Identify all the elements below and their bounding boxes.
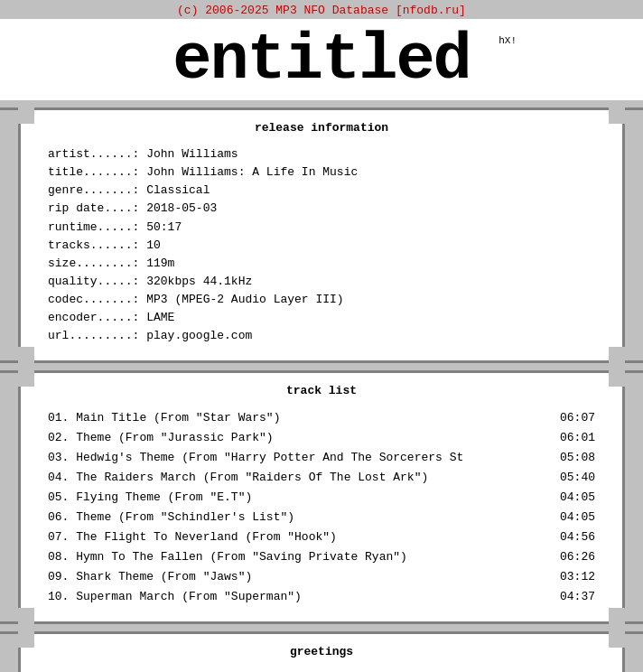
track-duration: 05:40 (560, 468, 595, 488)
track-title: 05. Flying Theme (From "E.T") (48, 488, 252, 508)
copyright-text: (c) 2006-2025 MP3 NFO Database [nfodb.ru… (0, 0, 643, 19)
track-duration: 04:56 (560, 527, 595, 547)
release-info-row: url.........: play.google.com (48, 327, 595, 345)
greetings-inner: greetings Shout out to all of those who … (18, 634, 625, 672)
track-duration: 06:26 (560, 547, 595, 567)
track-list-section: track list 01. Main Title (From "Star Wa… (0, 370, 643, 625)
release-info-section: release information artist......: John W… (0, 107, 643, 363)
track-title: 08. Hymn To The Fallen (From "Saving Pri… (48, 547, 407, 567)
track-duration: 05:08 (560, 448, 595, 468)
logo-area: entitled hX! (0, 19, 643, 100)
track-title: 04. The Raiders March (From "Raiders Of … (48, 468, 428, 488)
release-info-table: artist......: John Williams title.......… (48, 145, 595, 346)
track-duration: 03:12 (560, 567, 595, 587)
release-info-row: genre.......: Classical (48, 182, 595, 200)
track-title: 01. Main Title (From "Star Wars") (48, 408, 280, 428)
track-title: 10. Superman March (From "Superman") (48, 587, 302, 607)
hx-tag: hX! (499, 35, 517, 46)
track-duration: 06:01 (560, 428, 595, 448)
track-row: 07. The Flight To Neverland (From "Hook"… (48, 527, 595, 547)
release-info-row: size........: 119m (48, 255, 595, 273)
track-row: 03. Hedwig's Theme (From "Harry Potter A… (48, 448, 595, 468)
track-title: 02. Theme (From "Jurassic Park") (48, 428, 274, 448)
track-list-title: track list (48, 384, 595, 397)
track-row: 06. Theme (From "Schindler's List")04:05 (48, 508, 595, 527)
track-row: 01. Main Title (From "Star Wars")06:07 (48, 408, 595, 428)
track-duration: 04:37 (560, 587, 595, 607)
track-list-inner: track list 01. Main Title (From "Star Wa… (18, 373, 625, 622)
track-title: 06. Theme (From "Schindler's List") (48, 508, 294, 527)
track-duration: 04:05 (560, 488, 595, 508)
release-info-row: title.......: John Williams: A Life In M… (48, 163, 595, 182)
track-row: 04. The Raiders March (From "Raiders Of … (48, 468, 595, 488)
track-row: 10. Superman March (From "Superman")04:3… (48, 587, 595, 607)
release-info-row: codec.......: MP3 (MPEG-2 Audio Layer II… (48, 291, 595, 309)
track-title: 03. Hedwig's Theme (From "Harry Potter A… (48, 448, 463, 468)
release-info-inner: release information artist......: John W… (18, 110, 625, 360)
track-duration: 04:05 (560, 508, 595, 527)
greetings-section: greetings Shout out to all of those who … (0, 631, 643, 672)
release-info-row: encoder.....: LAME (48, 309, 595, 327)
logo-text: entitled (172, 28, 471, 93)
release-info-row: rip date....: 2018-05-03 (48, 200, 595, 218)
track-row: 09. Shark Theme (From "Jaws")03:12 (48, 567, 595, 587)
track-row: 08. Hymn To The Fallen (From "Saving Pri… (48, 547, 595, 567)
track-row: 05. Flying Theme (From "E.T")04:05 (48, 488, 595, 508)
track-list-rows: 01. Main Title (From "Star Wars")06:0702… (48, 408, 595, 608)
greetings-title: greetings (48, 645, 595, 658)
track-title: 09. Shark Theme (From "Jaws") (48, 567, 252, 587)
release-info-row: quality.....: 320kbps 44.1kHz (48, 273, 595, 291)
track-title: 07. The Flight To Neverland (From "Hook"… (48, 527, 337, 547)
release-info-title: release information (48, 121, 595, 135)
release-info-row: artist......: John Williams (48, 145, 595, 163)
release-info-row: runtime.....: 50:17 (48, 219, 595, 237)
track-duration: 06:07 (560, 408, 595, 428)
track-row: 02. Theme (From "Jurassic Park")06:01 (48, 428, 595, 448)
release-info-row: tracks......: 10 (48, 237, 595, 255)
